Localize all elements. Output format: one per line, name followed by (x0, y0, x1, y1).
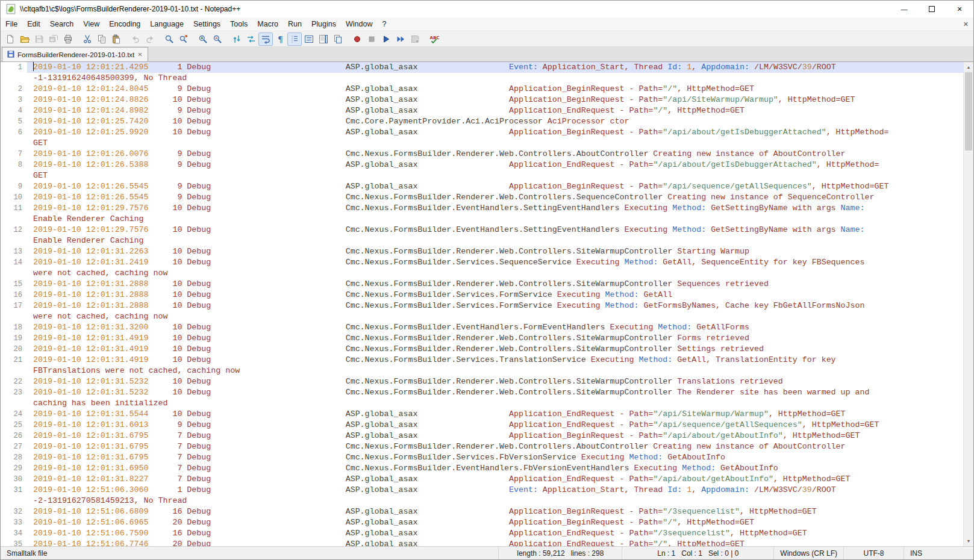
line-number (1, 138, 27, 149)
line-number (1, 311, 27, 322)
editor-row: 142019-01-10 12:01:31.2419 10 Debug Cmc.… (1, 257, 963, 268)
document-map-button[interactable] (316, 33, 331, 46)
replace-icon (179, 34, 189, 44)
line-number: 18 (1, 322, 27, 333)
menu-item-edit[interactable]: Edit (22, 19, 45, 30)
line-number: 5 (1, 116, 27, 127)
find-button[interactable] (162, 33, 176, 46)
new-file-button[interactable] (3, 33, 17, 46)
redo-icon (145, 34, 155, 44)
line-number: 1 (1, 62, 27, 73)
save-all-button[interactable] (46, 33, 61, 46)
function-list-icon (304, 34, 314, 44)
arrow-up-icon: ▲ (967, 65, 971, 69)
editor-row: 352019-01-10 12:51:06.7746 20 Debug ASP.… (1, 539, 963, 546)
cut-icon (83, 34, 92, 44)
code-text: 2019-01-10 12:01:31.4919 10 Debug Cmc.Ne… (27, 355, 963, 366)
menu-item-file[interactable]: File (1, 19, 22, 30)
macro-record-button[interactable] (350, 33, 364, 46)
spell-check-button[interactable]: ABC (427, 33, 442, 46)
document-map-icon (319, 34, 328, 44)
line-number: 12 (1, 225, 27, 235)
editor-row: 252019-01-10 12:01:31.6013 9 Debug ASP.g… (1, 420, 963, 431)
line-number: 32 (1, 506, 27, 517)
editor-row: 192019-01-10 12:01:31.4919 10 Debug Cmc.… (1, 333, 963, 344)
editor-row: GET (1, 170, 963, 181)
menu-item-view[interactable]: View (78, 19, 104, 30)
line-number: 10 (1, 192, 27, 203)
editor[interactable]: 12019-01-10 12:01:21.4295 1 Debug ASP.gl… (1, 62, 963, 546)
menu-item-tools[interactable]: Tools (225, 19, 252, 30)
replace-button[interactable] (176, 33, 191, 46)
line-number (1, 268, 27, 279)
record-icon (352, 34, 362, 44)
copy-button[interactable] (95, 33, 109, 46)
sync-vertical-scrolling-button[interactable] (229, 33, 244, 46)
function-list-button[interactable] (302, 33, 316, 46)
code-text: 2019-01-10 12:01:31.5232 10 Debug Cmc.Ne… (27, 387, 963, 398)
menu-item-help[interactable]: ? (377, 19, 391, 30)
menu-item-macro[interactable]: Macro (252, 19, 283, 30)
line-number: 2 (1, 84, 27, 95)
document-list-button[interactable] (331, 33, 345, 46)
editor-row: 292019-01-10 12:01:31.6950 7 Debug Cmc.N… (1, 463, 963, 474)
menu-item-settings[interactable]: Settings (189, 19, 225, 30)
zoom-in-button[interactable] (196, 33, 210, 46)
code-text: 2019-01-10 12:01:31.6013 9 Debug ASP.glo… (27, 420, 963, 431)
code-text: 2019-01-10 12:01:26.5388 9 Debug ASP.glo… (27, 160, 963, 170)
print-button[interactable] (61, 33, 75, 46)
sync-horizontal-scrolling-button[interactable] (244, 33, 258, 46)
line-number: 19 (1, 333, 27, 344)
maximize-icon (929, 6, 935, 12)
macro-stop-button[interactable] (364, 33, 379, 46)
minimize-button[interactable]: — (890, 1, 918, 17)
tab-close-button[interactable]: ✕ (137, 52, 142, 58)
code-text: 2019-01-10 12:01:25.9920 10 Debug ASP.gl… (27, 127, 963, 138)
save-button[interactable] (32, 33, 46, 46)
menu-item-search[interactable]: Search (45, 19, 79, 30)
menubar: FileEditSearchViewEncodingLanguageSettin… (1, 17, 973, 31)
close-button[interactable]: ✕ (946, 1, 973, 17)
scrollbar-thumb[interactable] (965, 72, 972, 151)
status-eol-format: Windows (CR LF) (774, 547, 844, 559)
editor-row: 232019-01-10 12:01:31.5232 10 Debug Cmc.… (1, 387, 963, 398)
macro-play-button[interactable] (379, 33, 393, 46)
line-number: 34 (1, 528, 27, 539)
code-text: 2019-01-10 12:01:29.7576 10 Debug Cmc.Ne… (27, 203, 963, 214)
open-file-button[interactable] (17, 33, 32, 46)
line-number: 29 (1, 463, 27, 474)
macro-run-multiple-button[interactable] (393, 33, 408, 46)
code-text: 2019-01-10 12:01:31.2888 10 Debug Cmc.Ne… (27, 279, 963, 290)
line-number: 16 (1, 290, 27, 300)
menu-item-window[interactable]: Window (341, 19, 377, 30)
editor-row: were not cached, caching now (1, 311, 963, 322)
line-number: 25 (1, 420, 27, 431)
copy-icon (97, 34, 107, 44)
word-wrap-button[interactable] (258, 33, 273, 46)
zoom-out-button[interactable] (210, 33, 225, 46)
redo-button[interactable] (143, 33, 157, 46)
show-indent-guide-button[interactable] (287, 33, 302, 46)
vertical-scrollbar[interactable]: ▲ ▼ (963, 62, 973, 546)
maximize-button[interactable] (918, 1, 946, 17)
macro-save-button[interactable] (408, 33, 422, 46)
menubar-close-button[interactable]: ✕ (963, 20, 969, 28)
find-icon (164, 34, 174, 44)
undo-button[interactable] (128, 33, 143, 46)
editor-row: 262019-01-10 12:01:31.6795 7 Debug ASP.g… (1, 431, 963, 441)
paste-button[interactable] (109, 33, 123, 46)
menu-item-plugins[interactable]: Plugins (307, 19, 341, 30)
show-all-characters-button[interactable]: ¶ (273, 33, 287, 46)
cut-button[interactable] (80, 33, 95, 46)
scrollbar-track[interactable] (964, 72, 973, 536)
tab-formsbuilderrenderer[interactable]: FormsBuilderRenderer-2019-01-10.txt ✕ (2, 47, 148, 61)
editor-row: 92019-01-10 12:01:26.5545 9 Debug ASP.gl… (1, 181, 963, 192)
code-text: 2019-01-10 12:01:26.0076 9 Debug Cmc.Nex… (27, 149, 963, 160)
scroll-up-button[interactable]: ▲ (964, 62, 973, 72)
editor-row: 332019-01-10 12:51:06.6965 20 Debug ASP.… (1, 517, 963, 528)
menu-item-language[interactable]: Language (145, 19, 189, 30)
line-number: 20 (1, 344, 27, 355)
menu-item-run[interactable]: Run (283, 19, 307, 30)
scroll-down-button[interactable]: ▼ (964, 536, 973, 546)
menu-item-encoding[interactable]: Encoding (104, 19, 145, 30)
